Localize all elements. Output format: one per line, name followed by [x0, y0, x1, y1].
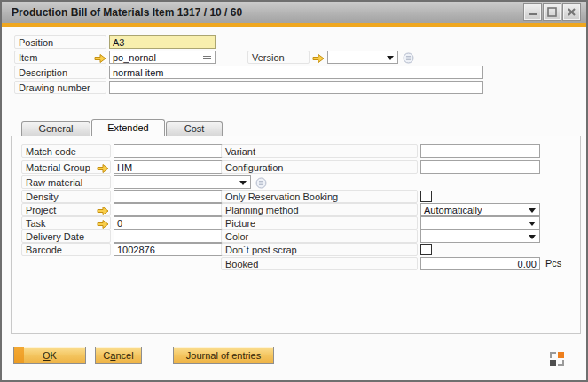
match-code-label: Match code	[21, 144, 111, 158]
barcode-label: Barcode	[21, 243, 111, 256]
drawing-number-label: Drawing number	[14, 81, 106, 94]
version-choose-from-list-button[interactable]	[403, 51, 414, 63]
density-label: Density	[21, 190, 111, 203]
task-link-arrow-icon[interactable]	[97, 217, 109, 228]
item-link-arrow-icon[interactable]	[94, 51, 106, 62]
booked-label: Booked	[221, 257, 418, 270]
chevron-down-icon	[529, 208, 536, 213]
resize-corner-top-left	[550, 352, 556, 358]
window-title: Production Bill of Materials Item 1317 /…	[2, 6, 242, 19]
configuration-label: Configuration	[221, 160, 418, 174]
task-value: 0	[117, 218, 122, 229]
close-button[interactable]	[563, 4, 580, 20]
form-resize-icon[interactable]	[550, 352, 564, 366]
description-field[interactable]: normal item	[109, 66, 483, 79]
accent-bar	[2, 23, 586, 27]
maximize-button[interactable]	[544, 4, 561, 20]
color-label: Color	[221, 230, 418, 243]
resize-corner-bottom-right	[558, 360, 564, 366]
version-dropdown[interactable]	[327, 51, 398, 64]
delivery-date-label: Delivery Date	[21, 230, 111, 243]
title-bar: Production Bill of Materials Item 1317 /…	[2, 2, 586, 23]
chevron-down-icon	[387, 56, 394, 60]
item-context-icon	[203, 56, 211, 59]
only-reservation-booking-checkbox[interactable]	[420, 191, 432, 202]
description-label: Description	[14, 66, 106, 79]
booked-field[interactable]: 0.00	[420, 257, 540, 270]
picture-label: Picture	[221, 216, 418, 230]
project-link-arrow-icon[interactable]	[97, 204, 109, 214]
chevron-down-icon	[529, 222, 536, 226]
tab-cost[interactable]: Cost	[166, 121, 223, 136]
dont-post-scrap-label: Don´t post scrap	[221, 243, 418, 256]
minimize-button[interactable]	[524, 4, 541, 20]
raw-material-label: Raw material	[21, 175, 111, 189]
ok-button[interactable]: OK	[13, 347, 86, 364]
dont-post-scrap-checkbox[interactable]	[420, 244, 432, 255]
position-label: Position	[14, 35, 106, 49]
variant-label: Variant	[221, 144, 418, 158]
resize-square-orange	[558, 352, 564, 358]
color-dropdown[interactable]	[420, 230, 540, 243]
planning-method-value: Automatically	[424, 205, 482, 215]
planning-method-label: Planning method	[221, 203, 418, 216]
window-controls	[524, 4, 580, 20]
close-icon	[567, 7, 576, 17]
material-group-value: HM	[117, 162, 132, 173]
item-label: Item	[14, 51, 106, 64]
drawing-number-field[interactable]	[109, 81, 483, 94]
raw-material-choose-from-list-button[interactable]	[255, 176, 267, 188]
tab-extended[interactable]: Extended	[91, 119, 165, 136]
booked-unit-label: Pcs	[545, 257, 561, 270]
resize-square-dark	[550, 360, 556, 366]
only-reservation-booking-label: Only Reservation Booking	[221, 190, 418, 203]
chevron-down-icon	[529, 235, 536, 239]
journal-of-entries-button[interactable]: Journal of entries	[173, 347, 274, 364]
picture-dropdown[interactable]	[420, 216, 540, 230]
item-value: po_nornal	[113, 52, 156, 63]
production-bom-window: Production Bill of Materials Item 1317 /…	[0, 0, 588, 382]
planning-method-dropdown[interactable]: Automatically	[420, 203, 540, 216]
position-field[interactable]: A3	[109, 35, 216, 49]
version-link-arrow-icon[interactable]	[312, 51, 325, 62]
raw-material-dropdown[interactable]	[114, 175, 251, 189]
material-group-link-arrow-icon[interactable]	[97, 161, 109, 172]
cancel-button[interactable]: Cancel	[95, 347, 142, 364]
version-label: Version	[247, 51, 310, 64]
item-field[interactable]: po_nornal	[109, 51, 216, 64]
chevron-down-icon	[239, 181, 247, 185]
maximize-icon	[547, 7, 557, 17]
tab-general[interactable]: General	[21, 121, 90, 136]
configuration-field[interactable]	[420, 160, 540, 174]
minimize-icon	[528, 7, 537, 17]
variant-field[interactable]	[420, 144, 540, 158]
ok-focus-stripe	[14, 347, 24, 363]
